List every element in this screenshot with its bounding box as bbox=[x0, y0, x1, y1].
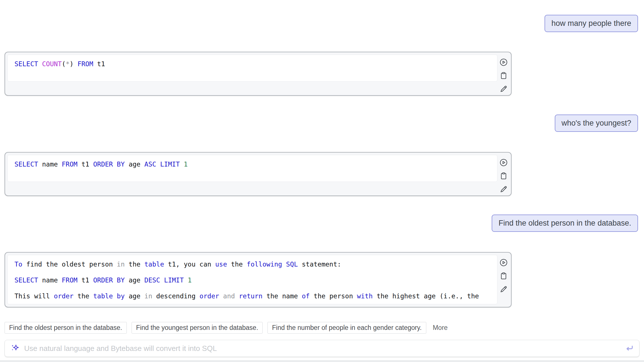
bottom-panel-edge bbox=[0, 360, 644, 362]
sql-code-area[interactable]: To find the oldest person in the table t… bbox=[7, 255, 497, 304]
user-message-bubble: who's the youngest? bbox=[555, 115, 638, 132]
return-arrow-icon[interactable] bbox=[624, 344, 634, 353]
nl-to-sql-input-bar bbox=[5, 340, 639, 357]
suggestion-chip-oldest[interactable]: Find the oldest person in the database. bbox=[5, 322, 127, 334]
run-query-button[interactable] bbox=[499, 58, 508, 66]
pencil-icon bbox=[499, 85, 508, 93]
edit-sql-button[interactable] bbox=[499, 285, 508, 294]
sparkles-icon bbox=[10, 343, 20, 353]
play-circle-icon bbox=[499, 258, 508, 267]
natural-language-input[interactable] bbox=[24, 344, 620, 353]
copy-sql-button[interactable] bbox=[499, 71, 508, 80]
edit-sql-button[interactable] bbox=[499, 185, 508, 194]
ai-chat-panel: how many people there SELECT COUNT(*) FR… bbox=[0, 0, 644, 362]
clipboard-icon bbox=[499, 272, 508, 280]
clipboard-icon bbox=[499, 172, 508, 180]
sql-card-actions bbox=[499, 258, 508, 294]
sql-code-area[interactable]: SELECT name FROM t1 ORDER BY age ASC LIM… bbox=[7, 155, 497, 182]
clipboard-icon bbox=[499, 71, 508, 80]
more-suggestions-link[interactable]: More bbox=[433, 324, 448, 332]
suggestion-chip-youngest[interactable]: Find the youngest person in the database… bbox=[132, 322, 263, 334]
assistant-sql-card: SELECT COUNT(*) FROM t1 bbox=[5, 52, 512, 96]
copy-sql-button[interactable] bbox=[499, 272, 508, 280]
pencil-icon bbox=[499, 285, 508, 294]
sql-code-area[interactable]: SELECT COUNT(*) FROM t1 bbox=[7, 55, 497, 82]
pencil-icon bbox=[499, 185, 508, 194]
assistant-sql-card: To find the oldest person in the table t… bbox=[5, 252, 512, 307]
run-query-button[interactable] bbox=[499, 158, 508, 167]
user-message-bubble: Find the oldest person in the database. bbox=[492, 215, 638, 232]
play-circle-icon bbox=[499, 158, 508, 167]
edit-sql-button[interactable] bbox=[499, 85, 508, 93]
suggestion-row: Find the oldest person in the database. … bbox=[5, 322, 448, 334]
user-message-bubble: how many people there bbox=[545, 15, 638, 32]
copy-sql-button[interactable] bbox=[499, 172, 508, 180]
run-query-button[interactable] bbox=[499, 258, 508, 267]
play-circle-icon bbox=[499, 58, 508, 66]
suggestion-chip-gender-count[interactable]: Find the number of people in each gender… bbox=[267, 322, 426, 334]
assistant-sql-card: SELECT name FROM t1 ORDER BY age ASC LIM… bbox=[5, 152, 512, 196]
sql-card-actions bbox=[499, 158, 508, 194]
sql-card-actions bbox=[499, 58, 508, 93]
